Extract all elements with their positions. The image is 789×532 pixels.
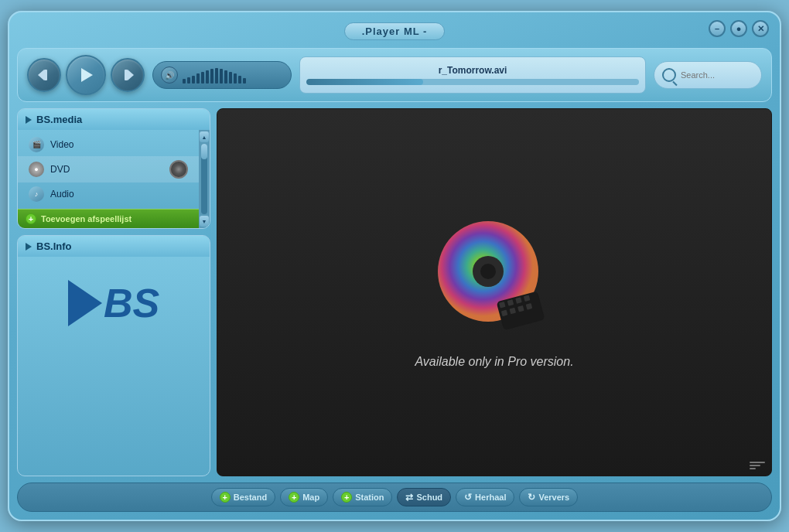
bestand-icon: + — [220, 492, 231, 503]
window-title: .Player ML - — [344, 22, 446, 40]
vol-bar-13 — [238, 76, 241, 84]
vol-bar-9 — [220, 69, 223, 84]
station-label: Station — [355, 493, 384, 502]
main-content: BS.media 🎬 Video ● DVD — [17, 108, 772, 476]
refresh-icon: ↻ — [528, 492, 535, 503]
transport-buttons — [27, 55, 145, 95]
svg-marker-0 — [38, 70, 44, 80]
bestand-button[interactable]: + Bestand — [211, 488, 275, 506]
ververs-label: Ververs — [538, 493, 569, 502]
controls-bar: 🔊 r_Tomorrow.avi — [17, 48, 772, 102]
bottom-bar: + Bestand + Map + Station ⇄ Schud ↺ Herh… — [17, 483, 772, 512]
volume-control[interactable]: 🔊 — [152, 61, 292, 89]
herhaal-button[interactable]: ↺ Herhaal — [456, 488, 514, 506]
dvd-toggle[interactable] — [169, 160, 188, 179]
svg-point-7 — [480, 264, 496, 279]
ververs-button[interactable]: ↻ Ververs — [519, 488, 578, 506]
rewind-button[interactable] — [27, 58, 61, 92]
sidebar: BS.media 🎬 Video ● DVD — [17, 108, 210, 476]
sidebar-item-dvd[interactable]: ● DVD — [18, 156, 199, 182]
audio-icon: ♪ — [29, 186, 44, 202]
dvd-label: DVD — [50, 164, 70, 175]
herhaal-label: Herhaal — [475, 493, 506, 502]
volume-icon: 🔊 — [161, 66, 178, 84]
info-panel: BS.Info BS — [17, 235, 210, 476]
search-icon — [662, 68, 676, 82]
sidebar-item-audio[interactable]: ♪ Audio — [18, 182, 199, 206]
filename-display: r_Tomorrow.avi — [299, 56, 646, 94]
maximize-button[interactable]: ● — [730, 20, 747, 37]
add-playlist-button[interactable]: + Toevoegen afspeellijst — [18, 209, 199, 228]
station-icon: + — [341, 492, 352, 503]
svg-rect-1 — [44, 70, 47, 80]
info-panel-header[interactable]: BS.Info — [18, 236, 210, 257]
svg-rect-4 — [125, 70, 128, 80]
repeat-icon: ↺ — [464, 492, 472, 503]
bestand-label: Bestand — [234, 493, 267, 502]
vol-bar-6 — [206, 70, 209, 84]
window-controls: – ● ✕ — [709, 20, 769, 37]
video-label: Video — [50, 139, 73, 150]
player-window: .Player ML - – ● ✕ — [8, 11, 781, 521]
info-panel-title: BS.Info — [36, 240, 72, 252]
vol-bar-1 — [183, 79, 186, 84]
scroll-track — [201, 144, 207, 214]
info-panel-arrow — [26, 243, 32, 251]
bs-triangle — [68, 280, 102, 326]
dvd-logo — [432, 216, 556, 339]
bs-text: BS — [104, 283, 159, 323]
media-panel-content: 🎬 Video ● DVD ♪ Audio — [18, 130, 210, 228]
media-panel: BS.media 🎬 Video ● DVD — [17, 108, 210, 229]
dvd-icon: ● — [29, 162, 44, 177]
map-button[interactable]: + Map — [280, 488, 328, 506]
schud-button[interactable]: ⇄ Schud — [397, 488, 451, 506]
progress-fill — [306, 79, 423, 85]
close-button[interactable]: ✕ — [752, 20, 769, 37]
bs-info-content: BS — [18, 257, 210, 350]
sidebar-list: 🎬 Video ● DVD ♪ Audio — [18, 130, 199, 209]
shuffle-icon: ⇄ — [405, 492, 413, 503]
media-panel-header[interactable]: BS.media — [18, 109, 210, 130]
media-list: 🎬 Video ● DVD ♪ Audio — [18, 130, 199, 228]
map-label: Map — [302, 493, 319, 502]
progress-bar[interactable] — [306, 79, 639, 85]
play-button[interactable] — [66, 55, 106, 95]
volume-bars — [183, 66, 246, 84]
svg-marker-3 — [128, 70, 134, 80]
vol-bar-11 — [229, 72, 232, 84]
vol-bar-10 — [224, 70, 227, 84]
scroll-down-button[interactable]: ▼ — [200, 216, 209, 227]
vol-bar-2 — [187, 77, 190, 84]
search-area[interactable] — [654, 61, 762, 89]
svg-marker-2 — [81, 68, 93, 82]
sidebar-item-video[interactable]: 🎬 Video — [18, 133, 199, 156]
scroll-thumb[interactable] — [201, 144, 207, 159]
media-scrollbar: ▲ ▼ — [199, 130, 210, 228]
vol-bar-5 — [201, 72, 204, 84]
pro-version-text: Available only in Pro version. — [415, 355, 573, 369]
filename-text: r_Tomorrow.avi — [439, 65, 507, 76]
media-panel-title: BS.media — [36, 114, 82, 125]
minimize-button[interactable]: – — [709, 20, 726, 37]
title-bar: .Player ML - – ● ✕ — [17, 20, 772, 42]
vol-bar-4 — [196, 73, 200, 84]
corner-decoration — [750, 462, 765, 469]
deco-line-3 — [750, 468, 756, 469]
audio-label: Audio — [50, 189, 74, 200]
deco-line-2 — [750, 465, 760, 466]
vol-bar-7 — [210, 69, 213, 84]
schud-label: Schud — [416, 493, 442, 502]
add-playlist-label: Toevoegen afspeellijst — [41, 214, 132, 223]
vol-bar-14 — [243, 78, 246, 84]
bs-logo: BS — [68, 280, 159, 326]
vol-bar-3 — [192, 76, 195, 84]
search-input[interactable] — [681, 70, 750, 80]
forward-button[interactable] — [111, 58, 145, 92]
station-button[interactable]: + Station — [333, 488, 392, 506]
scroll-up-button[interactable]: ▲ — [200, 131, 209, 142]
deco-line-1 — [750, 462, 765, 463]
video-area: Available only in Pro version. — [217, 108, 772, 476]
vol-bar-8 — [215, 68, 218, 84]
map-icon: + — [289, 492, 299, 503]
video-icon: 🎬 — [29, 137, 44, 152]
